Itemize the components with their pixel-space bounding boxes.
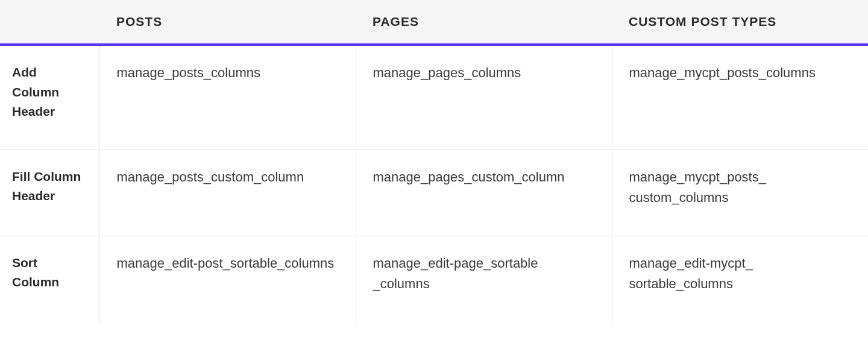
header-cpt: CUSTOM POST TYPES xyxy=(612,0,868,45)
table-row: Add Column Header manage_posts_columns m… xyxy=(0,45,868,150)
cell-posts: manage_posts_custom_​column xyxy=(99,150,356,236)
header-posts: POSTS xyxy=(99,0,356,45)
row-label: Sort Column xyxy=(0,236,99,322)
cell-posts: manage_posts_columns xyxy=(99,45,356,150)
cell-pages: manage_pages_custom_​column xyxy=(356,150,612,236)
row-label: Add Column Header xyxy=(0,45,99,150)
cell-posts: manage_edit-post_sortable​_columns xyxy=(99,236,356,322)
hooks-table: POSTS PAGES CUSTOM POST TYPES Add Column… xyxy=(0,0,868,322)
table-row: Fill Column Header manage_posts_custom_​… xyxy=(0,150,868,236)
table-header-row: POSTS PAGES CUSTOM POST TYPES xyxy=(0,0,868,45)
cell-pages: manage_edit-page_sortable​_columns xyxy=(356,236,612,322)
cell-pages: manage_pages_columns xyxy=(356,45,612,150)
header-blank xyxy=(0,0,99,45)
header-pages: PAGES xyxy=(356,0,612,45)
row-label: Fill Column Header xyxy=(0,150,99,236)
cell-cpt: manage_mycpt_posts_​columns xyxy=(612,45,868,150)
cell-cpt: manage_mycpt_posts_​custom_columns xyxy=(612,150,868,236)
cell-cpt: manage_edit-mycpt_​sortable_columns xyxy=(612,236,868,322)
table-row: Sort Column manage_edit-post_sortable​_c… xyxy=(0,236,868,322)
